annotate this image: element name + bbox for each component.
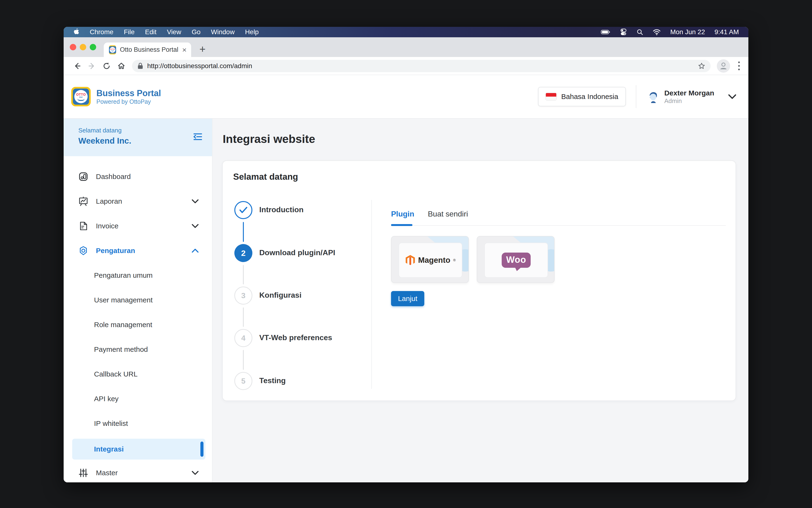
step-label: Introduction xyxy=(259,205,304,214)
step-label: VT-Web preferences xyxy=(259,333,332,342)
step-number-circle: 3 xyxy=(234,287,252,304)
address-bar[interactable]: http://ottobusinessportal.com/admin xyxy=(132,60,711,72)
menubar-item-view[interactable]: View xyxy=(167,28,181,36)
step-label: Download plugin/API xyxy=(259,248,335,257)
tab-title: Otto Business Portal xyxy=(120,46,178,53)
apple-menu-icon[interactable] xyxy=(73,29,79,36)
close-window-button[interactable] xyxy=(70,44,76,50)
otto-logo-smile xyxy=(77,98,85,101)
menubar-item-window[interactable]: Window xyxy=(211,28,235,36)
tab-close-icon[interactable]: × xyxy=(182,46,186,54)
browser-menu-icon[interactable] xyxy=(736,61,742,70)
sidebar-subitem-label: Integrasi xyxy=(94,445,124,453)
woocommerce-logo: Woo xyxy=(484,243,548,278)
sidebar-item-laporan[interactable]: Laporan xyxy=(63,189,212,214)
step-number-circle: 4 xyxy=(234,329,252,347)
step-connector xyxy=(243,350,244,370)
sidebar-subitem-payment-method[interactable]: Payment method xyxy=(63,337,212,362)
sidebar-collapse-icon[interactable] xyxy=(192,131,204,142)
favicon-otto-word: OTTO xyxy=(110,48,115,50)
app-header: OTTO PAY Business Portal Powered by Otto… xyxy=(63,75,749,119)
step-connector xyxy=(243,307,244,327)
sidebar-nav: Dashboard Laporan Invoice xyxy=(63,156,212,482)
tab-baseline xyxy=(391,225,726,226)
sidebar-subitem-ip-whitelist[interactable]: IP whitelist xyxy=(63,411,212,436)
otto-logo-pay: PAY xyxy=(79,96,83,98)
reload-icon[interactable] xyxy=(99,62,114,70)
browser-profile-icon[interactable] xyxy=(717,59,730,73)
continue-button[interactable]: Lanjut xyxy=(391,291,424,306)
plugin-card-magento[interactable]: Magento® xyxy=(391,236,469,283)
browser-tab[interactable]: OTTO Otto Business Portal × xyxy=(104,42,191,57)
step-check-circle xyxy=(234,201,252,219)
desktop-background: Chrome File Edit View Go Window Help Mon… xyxy=(0,0,812,508)
tab-plugin[interactable]: Plugin xyxy=(391,210,414,218)
wifi-icon[interactable] xyxy=(653,29,661,35)
sidebar-subitem-pengaturan-umum[interactable]: Pengaturan umum xyxy=(63,263,212,288)
company-name: Weekend Inc. xyxy=(78,136,204,145)
magento-wordmark: Magento xyxy=(418,256,451,265)
chevron-down-icon xyxy=(191,471,199,475)
bookmark-star-icon[interactable] xyxy=(698,62,706,70)
settings-icon xyxy=(78,246,89,256)
sidebar-subitem-integrasi-active[interactable]: Integrasi xyxy=(72,436,205,461)
sidebar-item-dashboard[interactable]: Dashboard xyxy=(63,164,212,189)
control-center-icon[interactable] xyxy=(620,29,627,36)
browser-window: Chrome File Edit View Go Window Help Mon… xyxy=(63,27,749,482)
sidebar-subitem-role-management[interactable]: Role management xyxy=(63,312,212,337)
back-icon[interactable] xyxy=(70,62,85,70)
otto-logo-word: OTTO xyxy=(76,93,86,96)
sidebar-item-label: Invoice xyxy=(96,222,191,230)
user-chevron-down-icon xyxy=(728,94,736,99)
sidebar-subitem-api-key[interactable]: API key xyxy=(63,386,212,411)
plugin-card-woocommerce[interactable]: Woo xyxy=(477,236,555,283)
user-menu[interactable]: Dexter Morgan Admin xyxy=(646,89,736,105)
step-number-circle: 2 xyxy=(234,244,252,262)
brand-subtitle: Powered by OttoPay xyxy=(96,98,161,105)
minimize-window-button[interactable] xyxy=(80,44,86,50)
home-icon[interactable] xyxy=(114,62,129,70)
menubar-clock: 9:41 AM xyxy=(715,28,739,36)
step-connector xyxy=(243,222,244,242)
menubar-item-edit[interactable]: Edit xyxy=(145,28,157,36)
chevron-down-icon xyxy=(191,199,199,204)
brand[interactable]: OTTO PAY Business Portal Powered by Otto… xyxy=(71,87,161,107)
sliders-icon xyxy=(78,468,89,478)
sidebar: Selamat datang Weekend Inc. Dashboard xyxy=(63,119,213,482)
tab-buat-sendiri[interactable]: Buat sendiri xyxy=(428,210,468,218)
forward-icon[interactable] xyxy=(85,62,99,70)
welcome-label: Selamat datang xyxy=(78,127,204,134)
sidebar-subitem-callback-url[interactable]: Callback URL xyxy=(63,362,212,386)
favicon-smile xyxy=(111,50,114,51)
menubar-item-go[interactable]: Go xyxy=(191,28,200,36)
card-title: Selamat datang xyxy=(233,172,298,182)
registered-mark: ® xyxy=(453,258,456,262)
sidebar-item-pengaturan[interactable]: Pengaturan xyxy=(63,238,212,263)
sidebar-subitem-user-management[interactable]: User management xyxy=(63,288,212,312)
macos-menubar: Chrome File Edit View Go Window Help Mon… xyxy=(63,27,749,37)
spotlight-search-icon[interactable] xyxy=(637,29,643,35)
sidebar-item-label: Pengaturan xyxy=(96,247,191,255)
menubar-item-help[interactable]: Help xyxy=(245,28,259,36)
step-label: Konfigurasi xyxy=(259,291,302,300)
new-tab-button[interactable]: + xyxy=(200,44,206,54)
user-role: Admin xyxy=(664,97,714,105)
header-divider xyxy=(636,85,636,108)
language-selector-button[interactable]: Bahasa Indonesia xyxy=(538,87,626,107)
woo-bubble-tail xyxy=(515,267,521,271)
menubar-date: Mon Jun 22 xyxy=(670,28,705,36)
user-avatar xyxy=(646,90,659,103)
menubar-item-chrome[interactable]: Chrome xyxy=(90,28,114,36)
sidebar-item-master[interactable]: Master xyxy=(63,461,212,482)
chevron-down-icon xyxy=(191,224,199,228)
zoom-window-button[interactable] xyxy=(90,44,96,50)
step-label: Testing xyxy=(259,376,286,385)
woo-wordmark: Woo xyxy=(506,255,526,265)
menubar-item-file[interactable]: File xyxy=(124,28,135,36)
chevron-up-icon xyxy=(191,249,199,253)
language-label: Bahasa Indonesia xyxy=(561,93,618,101)
sidebar-item-label: Dashboard xyxy=(96,173,212,181)
sidebar-item-invoice[interactable]: Invoice xyxy=(63,214,212,238)
sidebar-item-label: Master xyxy=(96,469,191,477)
report-chart-icon xyxy=(78,196,89,207)
